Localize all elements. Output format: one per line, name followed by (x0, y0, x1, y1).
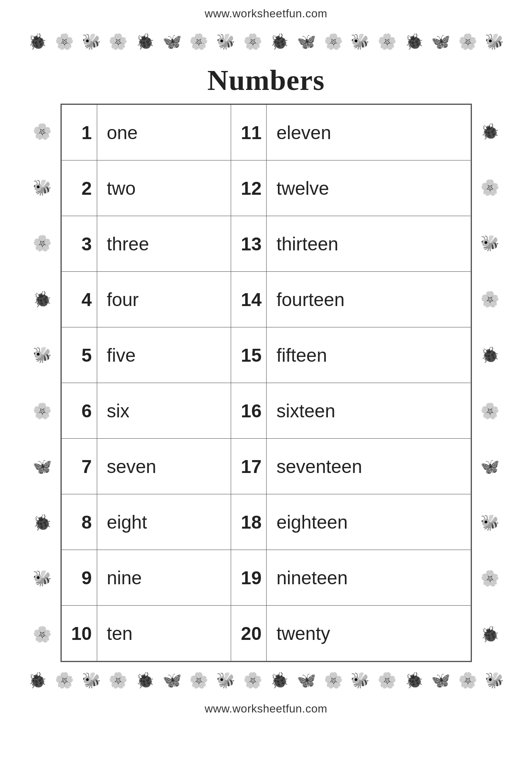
side-deco-icon: 🦋 (33, 458, 52, 475)
number-cell-left: 2 (61, 160, 97, 216)
page: www.worksheetfun.com 🐞 🌸 🐝 🌸 🐞 🦋 🌸 🐝 🌸 🐞… (0, 0, 532, 777)
deco-icon: 🐝 (216, 671, 235, 689)
main-content: 🌸 🐝 🌸 🐞 🐝 🌸 🦋 🐞 🐝 🌸 1 one 11 eleven 2 tw… (24, 104, 508, 662)
side-deco-icon: 🐝 (33, 569, 52, 587)
number-cell-right: 18 (231, 494, 267, 550)
website-url-top: www.worksheetfun.com (204, 0, 327, 23)
deco-icon: 🐞 (28, 671, 47, 689)
deco-icon: 🌸 (458, 33, 477, 50)
word-cell-left: six (97, 383, 231, 439)
deco-icon: 🐝 (216, 33, 235, 50)
side-deco-icon: 🐞 (480, 123, 499, 140)
table-row: 1 one 11 eleven (61, 105, 471, 160)
numbers-table: 1 one 11 eleven 2 two 12 twelve 3 three … (61, 104, 471, 661)
side-deco-icon: 🌸 (480, 402, 499, 420)
deco-icon: 🐝 (82, 671, 101, 689)
deco-icon: 🐝 (350, 33, 369, 50)
table-row: 5 five 15 fifteen (61, 327, 471, 383)
deco-icon: 🌸 (324, 33, 343, 50)
table-row: 8 eight 18 eighteen (61, 494, 471, 550)
number-cell-right: 12 (231, 160, 267, 216)
word-cell-left: seven (97, 439, 231, 494)
number-cell-left: 5 (61, 327, 97, 383)
word-cell-right: fifteen (267, 327, 471, 383)
number-cell-left: 8 (61, 494, 97, 550)
deco-icon: 🐝 (485, 671, 504, 689)
number-cell-right: 13 (231, 216, 267, 272)
word-cell-right: eleven (267, 105, 471, 160)
word-cell-right: sixteen (267, 383, 471, 439)
deco-icon: 🐞 (405, 33, 424, 50)
deco-icon: 🌸 (108, 33, 127, 50)
side-deco-icon: 🌸 (33, 625, 52, 643)
word-cell-right: twenty (267, 606, 471, 661)
number-cell-right: 20 (231, 606, 267, 661)
numbers-table-container: 1 one 11 eleven 2 two 12 twelve 3 three … (61, 104, 472, 662)
side-deco-icon: 🐞 (33, 290, 52, 308)
number-cell-right: 17 (231, 439, 267, 494)
number-cell-left: 7 (61, 439, 97, 494)
table-row: 4 four 14 fourteen (61, 272, 471, 327)
word-cell-right: twelve (267, 160, 471, 216)
table-row: 7 seven 17 seventeen (61, 439, 471, 494)
deco-icon: 🐞 (405, 671, 424, 689)
top-border-decoration: 🐞 🌸 🐝 🌸 🐞 🦋 🌸 🐝 🌸 🐞 🦋 🌸 🐝 🌸 🐞 🦋 🌸 🐝 (24, 23, 508, 60)
word-cell-right: seventeen (267, 439, 471, 494)
website-url-bottom: www.worksheetfun.com (204, 698, 327, 723)
side-deco-icon: 🦋 (480, 458, 499, 475)
side-deco-icon: 🌸 (33, 402, 52, 420)
deco-icon: 🐞 (136, 671, 154, 689)
deco-icon: 🐞 (270, 671, 289, 689)
number-cell-left: 3 (61, 216, 97, 272)
side-deco-icon: 🐝 (33, 346, 52, 364)
deco-icon: 🌸 (108, 671, 127, 689)
deco-icon: 🐞 (270, 33, 289, 50)
side-deco-icon: 🌸 (33, 123, 52, 140)
table-row: 6 six 16 sixteen (61, 383, 471, 439)
deco-icon: 🌸 (189, 33, 208, 50)
table-row: 10 ten 20 twenty (61, 606, 471, 661)
deco-icon: 🌸 (189, 671, 208, 689)
deco-icon: 🦋 (431, 33, 450, 50)
side-deco-icon: 🌸 (480, 569, 499, 587)
deco-icon: 🌸 (55, 671, 74, 689)
word-cell-left: three (97, 216, 231, 272)
number-cell-left: 6 (61, 383, 97, 439)
table-row: 2 two 12 twelve (61, 160, 471, 216)
deco-icon: 🌸 (55, 33, 74, 50)
deco-icon: 🦋 (297, 671, 316, 689)
number-cell-left: 10 (61, 606, 97, 661)
word-cell-left: eight (97, 494, 231, 550)
number-cell-left: 4 (61, 272, 97, 327)
word-cell-left: four (97, 272, 231, 327)
number-cell-right: 19 (231, 550, 267, 606)
side-deco-icon: 🌸 (480, 179, 499, 196)
deco-icon: 🐞 (136, 33, 154, 50)
deco-icon: 🐝 (485, 33, 504, 50)
number-cell-right: 15 (231, 327, 267, 383)
number-cell-right: 16 (231, 383, 267, 439)
word-cell-left: ten (97, 606, 231, 661)
table-row: 9 nine 19 nineteen (61, 550, 471, 606)
deco-icon: 🌸 (243, 671, 262, 689)
right-border-decoration: 🐞 🌸 🐝 🌸 🐞 🌸 🦋 🐝 🌸 🐞 (472, 104, 508, 662)
word-cell-right: fourteen (267, 272, 471, 327)
bottom-border-decoration: 🐞 🌸 🐝 🌸 🐞 🦋 🌸 🐝 🌸 🐞 🦋 🌸 🐝 🌸 🐞 🦋 🌸 🐝 (24, 662, 508, 698)
word-cell-right: eighteen (267, 494, 471, 550)
deco-icon: 🐝 (350, 671, 369, 689)
side-deco-icon: 🌸 (33, 234, 52, 252)
word-cell-left: two (97, 160, 231, 216)
number-cell-right: 11 (231, 105, 267, 160)
deco-icon: 🌸 (243, 33, 262, 50)
number-cell-left: 1 (61, 105, 97, 160)
side-deco-icon: 🐞 (480, 625, 499, 643)
deco-icon: 🦋 (163, 671, 182, 689)
deco-icon: 🐞 (28, 33, 47, 50)
deco-icon: 🐝 (82, 33, 101, 50)
side-deco-icon: 🐞 (33, 514, 52, 531)
side-deco-icon: 🐝 (480, 514, 499, 531)
word-cell-left: nine (97, 550, 231, 606)
side-deco-icon: 🐝 (480, 234, 499, 252)
deco-icon: 🦋 (163, 33, 182, 50)
page-title: Numbers (207, 64, 325, 97)
